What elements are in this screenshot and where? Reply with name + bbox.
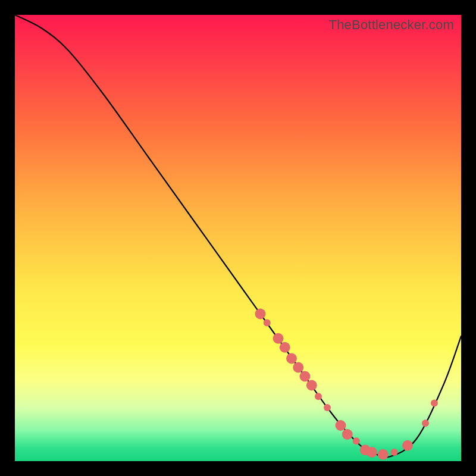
highlight-dot <box>367 447 377 458</box>
highlight-dot <box>300 371 311 382</box>
bottleneck-curve <box>15 15 461 457</box>
highlight-dot <box>391 449 398 456</box>
highlight-dot <box>273 333 284 344</box>
highlight-dot <box>378 449 389 460</box>
highlight-dot <box>255 309 266 320</box>
chart-svg <box>15 15 461 461</box>
highlight-dot <box>264 320 271 327</box>
highlight-dot <box>286 353 297 364</box>
highlight-dot <box>353 437 360 444</box>
highlight-dot <box>336 420 346 431</box>
highlight-dot <box>293 362 303 373</box>
highlight-dot <box>422 419 429 427</box>
highlight-dot <box>306 380 317 391</box>
highlight-dot <box>324 404 331 411</box>
highlight-dot <box>402 440 413 451</box>
highlight-dots-group <box>255 309 439 460</box>
highlight-dot <box>315 393 322 400</box>
highlight-dot <box>342 429 353 440</box>
chart-plot-area: TheBottlenecker.com <box>15 15 461 461</box>
highlight-dot <box>431 400 438 407</box>
highlight-dot <box>280 342 290 353</box>
